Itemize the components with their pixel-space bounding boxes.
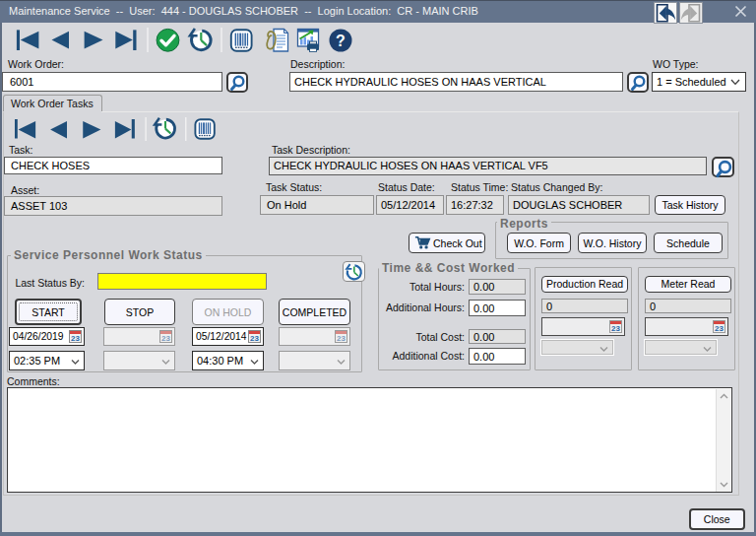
svg-text:?: ?: [336, 33, 346, 49]
svg-text:23: 23: [611, 324, 620, 333]
svg-text:23: 23: [715, 324, 724, 333]
